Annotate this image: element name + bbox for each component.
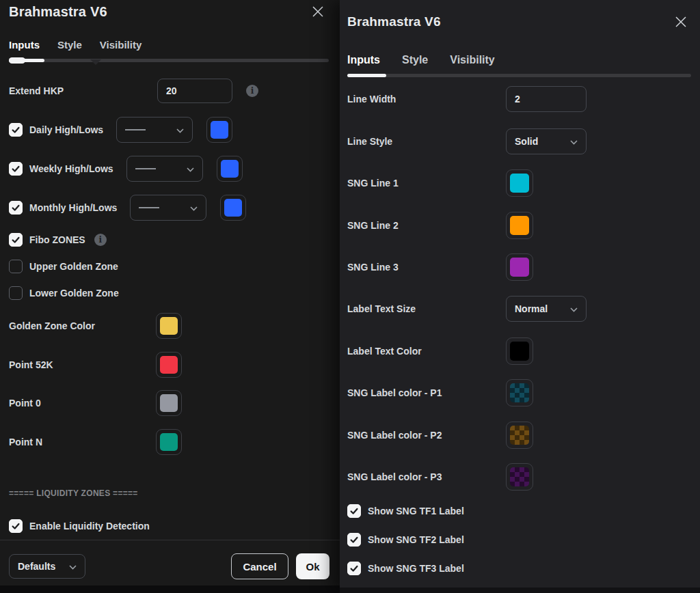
solid-line-icon [135,168,156,169]
daily-color-swatch[interactable] [206,117,232,143]
label-text-color-label: Label Text Color [347,346,422,357]
show-sng-tf1-checkbox[interactable] [347,504,361,518]
scrollbar-track[interactable] [9,59,329,62]
defaults-select[interactable]: Defaults [9,554,85,579]
tab-style[interactable]: Style [57,39,82,51]
lower-golden-zone-checkbox[interactable] [9,286,23,300]
extend-hkp-input[interactable] [157,79,232,103]
label-text-color-swatch[interactable] [506,337,533,365]
sng-line-2-color-swatch[interactable] [506,212,533,239]
solid-line-icon [139,207,159,208]
line-width-input[interactable] [506,86,587,112]
show-sng-tf2-checkbox[interactable] [347,533,361,547]
color-swatch [160,317,178,335]
label-text-size-label: Label Text Size [347,303,416,314]
row-fibo-zones: Fibo ZONES i [9,226,107,253]
point-n-color-swatch[interactable] [156,429,182,455]
scrollbar-handle[interactable] [9,57,25,64]
tab-inputs[interactable]: Inputs [9,39,40,51]
info-icon[interactable]: i [246,85,258,97]
row-sng-label-color-p1: SNG Label color - P1 [347,379,533,406]
sng-label-color-p3-swatch[interactable] [506,463,533,491]
row-line-width: Line Width [347,85,587,113]
extend-hkp-label: Extend HKP [9,85,64,96]
checkmark-icon [349,564,359,573]
row-upper-golden-zone: Upper Golden Zone [9,253,118,280]
color-swatch [510,216,529,235]
row-enable-liquidity: Enable Liquidity Detection [9,512,150,540]
label-text-size-select[interactable]: Normal [506,296,587,322]
show-sng-tf3-checkbox[interactable] [347,562,361,575]
sng-label-color-p2-swatch[interactable] [506,422,533,449]
scrollbar-track[interactable] [347,74,691,77]
line-style-value: Solid [515,136,538,147]
golden-zone-color-swatch[interactable] [156,313,182,339]
checkmark-icon [11,164,21,174]
daily-high-lows-checkbox[interactable] [9,123,23,137]
checkmark-icon [349,506,359,516]
row-golden-zone-color: Golden Zone Color [9,312,182,340]
row-sng-label-color-p3: SNG Label color - P3 [347,463,533,491]
chevron-down-icon [187,163,194,174]
row-show-sng-tf3: Show SNG TF3 Label [347,555,464,582]
point-52k-color-swatch[interactable] [156,352,182,378]
close-button[interactable] [309,4,327,22]
daily-high-lows-label: Daily High/Lows [29,124,103,135]
color-swatch [510,174,529,193]
row-sng-line-2: SNG Line 2 [347,212,533,239]
upper-golden-zone-checkbox[interactable] [9,260,23,273]
close-button[interactable] [672,14,690,32]
monthly-color-swatch[interactable] [220,195,246,221]
point-0-color-swatch[interactable] [156,390,182,416]
tab-bar: Inputs Style Visibility [9,39,142,51]
scrollbar-thumb[interactable] [347,74,386,77]
monthly-line-style-select[interactable] [130,195,206,221]
dialog-title: Brahmastra V6 [347,14,441,29]
color-swatch-transparent [510,467,529,486]
monthly-high-lows-checkbox[interactable] [9,201,23,215]
label-text-size-value: Normal [515,303,548,314]
chevron-down-icon [190,202,198,213]
golden-zone-color-label: Golden Zone Color [9,320,95,331]
row-show-sng-tf1: Show SNG TF1 Label [347,497,464,525]
enable-liquidity-checkbox[interactable] [9,519,23,533]
tab-visibility[interactable]: Visibility [100,39,142,51]
cancel-button[interactable]: Cancel [231,553,288,579]
sng-line-3-color-swatch[interactable] [506,253,533,281]
footer-divider [0,540,340,540]
sng-label-color-p1-swatch[interactable] [506,379,533,406]
row-sng-line-3: SNG Line 3 [347,253,533,281]
tab-inputs[interactable]: Inputs [347,54,380,66]
chevron-down-icon [176,124,184,135]
line-style-label: Line Style [347,136,392,147]
weekly-line-style-select[interactable] [126,156,203,182]
row-extend-hkp: Extend HKP i [9,77,258,105]
show-sng-tf3-label: Show SNG TF3 Label [368,563,464,574]
info-icon[interactable]: i [94,234,107,246]
color-swatch [160,394,178,412]
checkmark-icon [349,535,359,544]
scrollbar-notch-icon [90,59,101,65]
tab-style[interactable]: Style [402,54,428,66]
fibo-zones-checkbox[interactable] [9,233,23,247]
row-liquidity-section: ===== LIQUIDITY ZONES ===== [9,486,138,500]
sng-line-2-label: SNG Line 2 [347,220,399,231]
row-weekly-high-lows: Weekly High/Lows [9,155,243,182]
ok-button[interactable]: Ok [296,553,329,579]
color-swatch [211,121,228,139]
close-icon [311,5,325,21]
daily-line-style-select[interactable] [116,117,193,143]
close-icon [674,15,688,31]
line-width-label: Line Width [347,94,396,105]
lower-golden-zone-label: Lower Golden Zone [29,288,119,299]
show-sng-tf2-label: Show SNG TF2 Label [368,534,464,545]
row-label-text-size: Label Text Size Normal [347,295,587,322]
line-style-select[interactable]: Solid [506,128,587,154]
weekly-color-swatch[interactable] [217,156,243,182]
row-point-0: Point 0 [9,389,182,417]
tab-visibility[interactable]: Visibility [450,54,495,66]
weekly-high-lows-checkbox[interactable] [9,162,23,176]
sng-line-1-color-swatch[interactable] [506,169,533,197]
row-point-n: Point N [9,428,182,456]
row-sng-line-1: SNG Line 1 [347,169,533,197]
